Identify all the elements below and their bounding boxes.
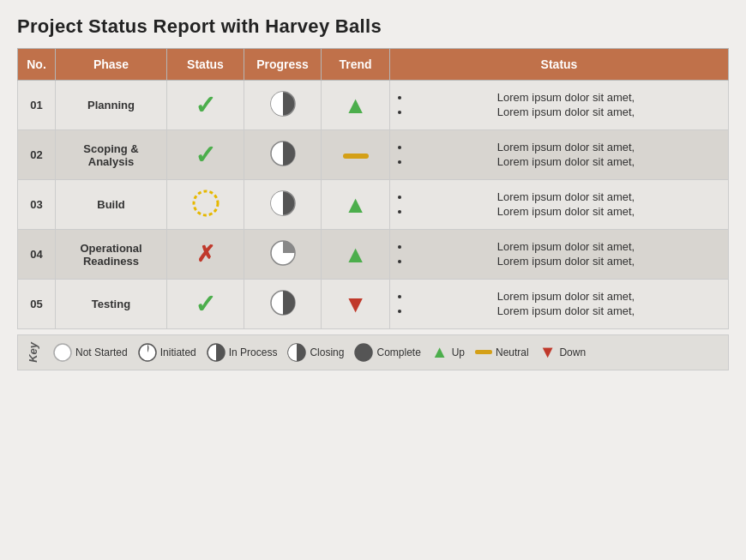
desc-item: Lorem ipsum dolor sit amet,: [411, 240, 721, 253]
key-closing: Closing: [287, 343, 344, 362]
complete-icon: [354, 343, 373, 362]
trend-down-icon: ▼: [344, 291, 368, 317]
row-desc: Lorem ipsum dolor sit amet,Lorem ipsum d…: [390, 230, 729, 280]
key-complete: Complete: [354, 343, 420, 362]
svg-point-2: [194, 191, 218, 215]
row-number: 02: [18, 130, 56, 180]
key-not-started: Not Started: [53, 343, 128, 362]
table-row: 04 Operational Readiness ✗ ▲ Lorem ipsum…: [18, 230, 729, 280]
table-header-row: No. Phase Status Progress Trend Status: [18, 49, 729, 81]
row-trend: [322, 130, 390, 180]
desc-item: Lorem ipsum dolor sit amet,: [411, 304, 721, 317]
key-label: Key: [27, 342, 39, 363]
desc-item: Lorem ipsum dolor sit amet,: [411, 155, 721, 168]
trend-neutral-icon: [343, 154, 369, 159]
svg-point-6: [54, 344, 71, 361]
check-icon: ✓: [195, 91, 216, 119]
col-no: No.: [18, 49, 56, 81]
row-trend: ▼: [322, 280, 390, 329]
desc-item: Lorem ipsum dolor sit amet,: [411, 141, 721, 154]
key-down-label: Down: [559, 346, 586, 358]
table-row: 05 Testing ✓ ▼ Lorem ipsum dolor sit ame…: [18, 280, 729, 329]
row-progress: [244, 130, 322, 180]
check-icon: ✓: [195, 141, 216, 169]
key-not-started-label: Not Started: [75, 346, 128, 358]
row-trend: ▲: [322, 81, 390, 130]
row-progress: [244, 230, 322, 280]
table-row: 01 Planning ✓ ▲ Lorem ipsum dolor sit am…: [18, 81, 729, 130]
row-status: ✗: [167, 230, 244, 280]
ring-icon: [191, 189, 220, 218]
progress-half-icon: [268, 288, 298, 317]
row-desc: Lorem ipsum dolor sit amet,Lorem ipsum d…: [390, 180, 729, 230]
svg-point-10: [355, 344, 372, 361]
row-phase: Operational Readiness: [56, 230, 167, 280]
key-bar: Key Not Started Initiated In Process Clo…: [17, 334, 729, 370]
main-table: No. Phase Status Progress Trend Status 0…: [17, 48, 729, 329]
col-status1: Status: [167, 49, 244, 81]
key-in-process: In Process: [207, 343, 278, 362]
row-trend: ▲: [322, 180, 390, 230]
down-arrow-icon: ▼: [539, 342, 556, 362]
row-progress: [244, 280, 322, 329]
row-number: 03: [18, 180, 56, 230]
row-desc: Lorem ipsum dolor sit amet,Lorem ipsum d…: [390, 280, 729, 329]
row-progress: [244, 180, 322, 230]
desc-item: Lorem ipsum dolor sit amet,: [411, 190, 721, 203]
col-status2: Status: [390, 49, 729, 81]
row-trend: ▲: [322, 230, 390, 280]
key-initiated: Initiated: [138, 343, 196, 362]
row-phase: Testing: [56, 280, 167, 329]
row-phase: Scoping & Analysis: [56, 130, 167, 180]
key-up: ▲ Up: [431, 342, 465, 362]
desc-item: Lorem ipsum dolor sit amet,: [411, 255, 721, 268]
row-status: [167, 180, 244, 230]
row-number: 05: [18, 280, 56, 329]
progress-quarter-icon: [268, 238, 298, 268]
desc-item: Lorem ipsum dolor sit amet,: [411, 205, 721, 218]
row-desc: Lorem ipsum dolor sit amet,Lorem ipsum d…: [390, 130, 729, 180]
trend-up-icon: ▲: [344, 92, 368, 118]
progress-half-icon: [268, 139, 298, 168]
key-initiated-label: Initiated: [160, 346, 196, 358]
cross-icon: ✗: [196, 241, 215, 267]
row-phase: Build: [56, 180, 167, 230]
desc-item: Lorem ipsum dolor sit amet,: [411, 290, 721, 303]
in-process-icon: [207, 343, 226, 362]
check-icon: ✓: [195, 290, 216, 318]
page-title: Project Status Report with Harvey Balls: [17, 15, 729, 38]
progress-closing-icon: [268, 89, 298, 118]
key-in-process-label: In Process: [229, 346, 278, 358]
row-progress: [244, 81, 322, 130]
key-down: ▼ Down: [539, 342, 586, 362]
initiated-icon: [138, 343, 157, 362]
row-status: ✓: [167, 81, 244, 130]
row-status: ✓: [167, 130, 244, 180]
key-neutral-label: Neutral: [496, 346, 529, 358]
key-neutral: Neutral: [475, 346, 529, 358]
table-row: 03 Build ▲ Lorem ipsum dolor sit amet,Lo…: [18, 180, 729, 230]
closing-icon: [287, 343, 306, 362]
key-up-label: Up: [452, 346, 465, 358]
row-number: 04: [18, 230, 56, 280]
key-complete-label: Complete: [376, 346, 420, 358]
up-arrow-icon: ▲: [431, 342, 448, 362]
not-started-icon: [53, 343, 72, 362]
col-phase: Phase: [56, 49, 167, 81]
key-closing-label: Closing: [310, 346, 344, 358]
desc-item: Lorem ipsum dolor sit amet,: [411, 91, 721, 104]
row-number: 01: [18, 81, 56, 130]
trend-up-icon: ▲: [344, 241, 368, 268]
progress-closing-icon: [268, 189, 298, 218]
desc-item: Lorem ipsum dolor sit amet,: [411, 105, 721, 118]
row-status: ✓: [167, 280, 244, 329]
table-row: 02 Scoping & Analysis ✓ Lorem ipsum dolo…: [18, 130, 729, 180]
col-trend: Trend: [322, 49, 390, 81]
col-progress: Progress: [244, 49, 322, 81]
row-phase: Planning: [56, 81, 167, 130]
neutral-dash-icon: [475, 350, 492, 354]
trend-up-icon: ▲: [344, 191, 368, 218]
row-desc: Lorem ipsum dolor sit amet,Lorem ipsum d…: [390, 81, 729, 130]
